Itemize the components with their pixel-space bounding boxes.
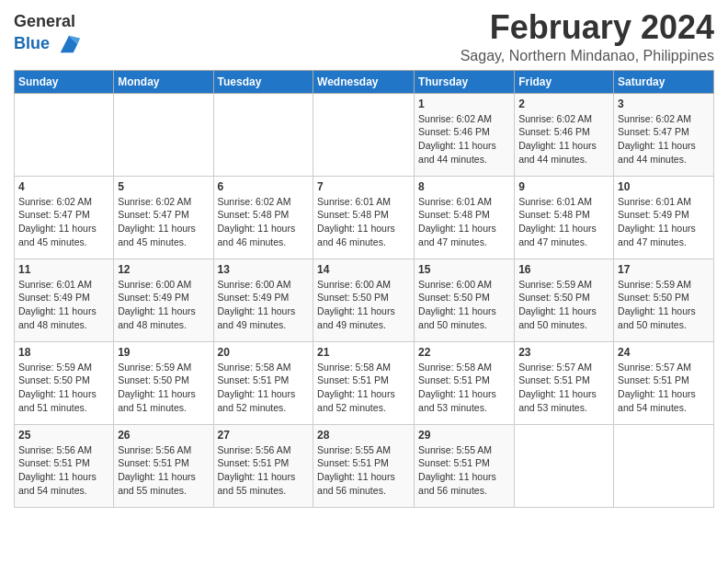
info-line: Sunrise: 6:01 AM bbox=[317, 196, 391, 207]
day-info: Sunrise: 5:58 AMSunset: 5:51 PMDaylight:… bbox=[218, 361, 310, 415]
info-line: Daylight: 11 hours and 51 minutes. bbox=[118, 388, 196, 413]
day-info: Sunrise: 6:00 AMSunset: 5:50 PMDaylight:… bbox=[418, 278, 510, 332]
day-number: 14 bbox=[317, 263, 410, 276]
day-info: Sunrise: 6:00 AMSunset: 5:49 PMDaylight:… bbox=[218, 278, 310, 332]
info-line: Daylight: 11 hours and 47 minutes. bbox=[518, 223, 597, 247]
day-number: 12 bbox=[118, 263, 209, 276]
day-info: Sunrise: 6:01 AMSunset: 5:48 PMDaylight:… bbox=[418, 195, 510, 249]
day-info: Sunrise: 6:02 AMSunset: 5:46 PMDaylight:… bbox=[518, 112, 609, 167]
info-line: Sunset: 5:49 PM bbox=[618, 209, 689, 220]
info-line: Sunrise: 6:02 AM bbox=[218, 196, 291, 207]
info-line: Sunset: 5:51 PM bbox=[418, 374, 490, 385]
info-line: Daylight: 11 hours and 52 minutes. bbox=[218, 388, 296, 413]
logo: General Blue bbox=[14, 13, 82, 57]
info-line: Sunrise: 5:57 AM bbox=[618, 362, 691, 373]
calendar-cell: 20Sunrise: 5:58 AMSunset: 5:51 PMDayligh… bbox=[213, 341, 313, 424]
day-info: Sunrise: 6:01 AMSunset: 5:48 PMDaylight:… bbox=[317, 195, 410, 249]
info-line: Daylight: 11 hours and 50 minutes. bbox=[618, 305, 696, 330]
day-number: 22 bbox=[418, 346, 510, 359]
info-line: Sunset: 5:51 PM bbox=[218, 457, 290, 468]
page-header: General Blue February 2024 Sagay, Northe… bbox=[14, 9, 714, 64]
day-number: 13 bbox=[218, 263, 310, 276]
calendar-cell: 9Sunrise: 6:01 AMSunset: 5:48 PMDaylight… bbox=[515, 176, 614, 259]
day-info: Sunrise: 5:58 AMSunset: 5:51 PMDaylight:… bbox=[317, 361, 410, 415]
info-line: Sunset: 5:48 PM bbox=[418, 209, 490, 220]
info-line: Daylight: 11 hours and 46 minutes. bbox=[317, 223, 395, 247]
calendar-cell bbox=[614, 424, 714, 507]
info-line: Daylight: 11 hours and 44 minutes. bbox=[518, 140, 597, 165]
day-info: Sunrise: 6:01 AMSunset: 5:49 PMDaylight:… bbox=[618, 195, 710, 249]
info-line: Sunset: 5:51 PM bbox=[317, 374, 389, 385]
day-number: 11 bbox=[18, 263, 109, 276]
info-line: Sunset: 5:46 PM bbox=[418, 126, 490, 137]
month-title: February 2024 bbox=[461, 9, 714, 46]
calendar-cell: 26Sunrise: 5:56 AMSunset: 5:51 PMDayligh… bbox=[114, 424, 213, 507]
day-number: 19 bbox=[118, 346, 209, 359]
calendar-cell bbox=[114, 93, 213, 176]
info-line: Sunrise: 5:59 AM bbox=[118, 362, 191, 373]
info-line: Sunset: 5:50 PM bbox=[118, 374, 189, 385]
day-info: Sunrise: 5:59 AMSunset: 5:50 PMDaylight:… bbox=[118, 361, 209, 415]
calendar-cell: 7Sunrise: 6:01 AMSunset: 5:48 PMDaylight… bbox=[313, 176, 415, 259]
calendar-cell: 5Sunrise: 6:02 AMSunset: 5:47 PMDaylight… bbox=[114, 176, 213, 259]
info-line: Sunrise: 5:59 AM bbox=[618, 279, 691, 290]
info-line: Sunrise: 6:01 AM bbox=[618, 196, 691, 207]
calendar-week-2: 11Sunrise: 6:01 AMSunset: 5:49 PMDayligh… bbox=[15, 259, 714, 341]
logo-line2: Blue bbox=[14, 31, 82, 57]
info-line: Sunset: 5:51 PM bbox=[518, 374, 590, 385]
day-number: 15 bbox=[418, 263, 510, 276]
info-line: Daylight: 11 hours and 49 minutes. bbox=[317, 305, 395, 330]
info-line: Sunset: 5:46 PM bbox=[518, 126, 590, 137]
info-line: Sunset: 5:48 PM bbox=[218, 209, 290, 220]
col-header-monday: Monday bbox=[114, 70, 213, 93]
info-line: Daylight: 11 hours and 55 minutes. bbox=[218, 471, 296, 496]
logo-icon bbox=[56, 31, 82, 57]
day-number: 29 bbox=[418, 429, 510, 442]
info-line: Sunset: 5:49 PM bbox=[218, 292, 290, 303]
calendar-cell: 17Sunrise: 5:59 AMSunset: 5:50 PMDayligh… bbox=[614, 259, 714, 341]
info-line: Sunrise: 5:58 AM bbox=[218, 362, 291, 373]
info-line: Sunrise: 6:02 AM bbox=[418, 113, 492, 124]
col-header-wednesday: Wednesday bbox=[313, 70, 415, 93]
title-block: February 2024 Sagay, Northern Mindanao, … bbox=[461, 9, 714, 64]
calendar-cell: 27Sunrise: 5:56 AMSunset: 5:51 PMDayligh… bbox=[213, 424, 313, 507]
col-header-sunday: Sunday bbox=[15, 70, 114, 93]
info-line: Sunset: 5:50 PM bbox=[518, 292, 590, 303]
info-line: Sunrise: 5:56 AM bbox=[218, 444, 291, 455]
info-line: Daylight: 11 hours and 53 minutes. bbox=[418, 388, 496, 413]
day-number: 21 bbox=[317, 346, 410, 359]
day-number: 9 bbox=[518, 180, 609, 193]
info-line: Daylight: 11 hours and 54 minutes. bbox=[18, 471, 97, 496]
info-line: Sunset: 5:51 PM bbox=[317, 457, 389, 468]
info-line: Daylight: 11 hours and 50 minutes. bbox=[518, 305, 597, 330]
info-line: Daylight: 11 hours and 49 minutes. bbox=[218, 305, 296, 330]
day-number: 16 bbox=[518, 263, 609, 276]
day-number: 28 bbox=[317, 429, 410, 442]
day-number: 25 bbox=[18, 429, 109, 442]
info-line: Daylight: 11 hours and 44 minutes. bbox=[418, 140, 496, 165]
info-line: Daylight: 11 hours and 50 minutes. bbox=[418, 305, 496, 330]
day-info: Sunrise: 5:59 AMSunset: 5:50 PMDaylight:… bbox=[518, 278, 609, 332]
info-line: Daylight: 11 hours and 48 minutes. bbox=[118, 305, 196, 330]
info-line: Sunset: 5:49 PM bbox=[118, 292, 189, 303]
info-line: Sunrise: 6:00 AM bbox=[317, 279, 391, 290]
day-number: 20 bbox=[218, 346, 310, 359]
info-line: Sunrise: 6:00 AM bbox=[218, 279, 291, 290]
info-line: Daylight: 11 hours and 53 minutes. bbox=[518, 388, 597, 413]
info-line: Sunset: 5:50 PM bbox=[618, 292, 689, 303]
info-line: Daylight: 11 hours and 56 minutes. bbox=[317, 471, 395, 496]
info-line: Daylight: 11 hours and 56 minutes. bbox=[418, 471, 496, 496]
day-info: Sunrise: 5:55 AMSunset: 5:51 PMDaylight:… bbox=[317, 443, 410, 498]
calendar-week-3: 18Sunrise: 5:59 AMSunset: 5:50 PMDayligh… bbox=[15, 341, 714, 424]
info-line: Sunrise: 5:59 AM bbox=[518, 279, 592, 290]
info-line: Sunset: 5:47 PM bbox=[618, 126, 689, 137]
info-line: Sunset: 5:47 PM bbox=[18, 209, 90, 220]
calendar-cell: 22Sunrise: 5:58 AMSunset: 5:51 PMDayligh… bbox=[415, 341, 515, 424]
calendar-cell: 10Sunrise: 6:01 AMSunset: 5:49 PMDayligh… bbox=[614, 176, 714, 259]
info-line: Sunset: 5:47 PM bbox=[118, 209, 189, 220]
calendar-cell: 13Sunrise: 6:00 AMSunset: 5:49 PMDayligh… bbox=[213, 259, 313, 341]
logo-blue-text: Blue bbox=[14, 34, 50, 52]
col-header-friday: Friday bbox=[515, 70, 614, 93]
day-number: 1 bbox=[418, 98, 510, 110]
calendar-cell: 6Sunrise: 6:02 AMSunset: 5:48 PMDaylight… bbox=[213, 176, 313, 259]
